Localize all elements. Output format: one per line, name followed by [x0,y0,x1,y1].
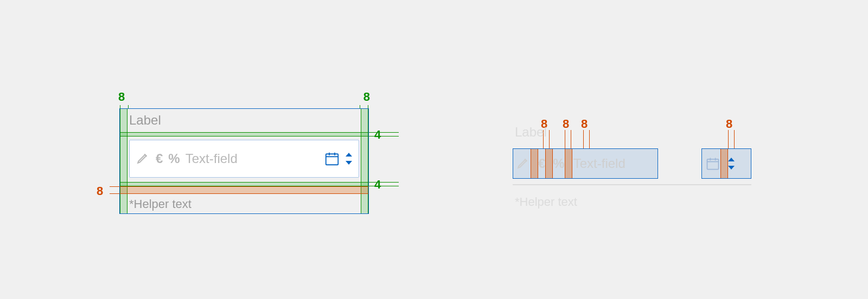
spacing-value: 8 [563,117,569,131]
placeholder-text: Text-field [572,156,654,171]
spacing-tick [583,130,590,148]
chevron-down-icon[interactable] [346,161,352,165]
spacing-value: 8 [118,90,125,104]
calendar-icon[interactable] [705,156,720,171]
percent-icon: % [553,156,564,171]
pencil-icon [136,151,150,167]
spacing-value: 4 [374,128,381,142]
gap-guide [565,149,572,178]
spacing-value: 8 [726,117,732,131]
spacing-tick [728,130,735,148]
text-field[interactable]: € % Text-field [129,140,359,178]
helper-text: *Helper text [515,195,577,209]
spacing-value: 8 [581,117,588,131]
margin-guide [120,186,368,194]
placeholder-text: Text-field [186,151,318,166]
pencil-icon [516,155,531,172]
padding-guide-left [120,109,127,213]
field-underline [513,184,751,185]
chevron-down-icon[interactable] [728,166,735,170]
gap-guide [531,149,538,178]
field-label: Label [515,125,547,140]
helper-text: *Helper text [129,197,192,211]
spacing-guide [110,186,119,194]
gap-guide [120,182,368,186]
spacing-value: 8 [97,184,103,198]
content-bounds-left: € % Text-field [513,148,658,179]
number-spinner[interactable] [346,153,352,165]
chevron-up-icon[interactable] [346,153,352,157]
gap-guide [120,132,368,136]
calendar-icon[interactable] [324,151,340,167]
spacing-value: 8 [363,90,370,104]
gap-guide [545,149,553,178]
chevron-up-icon[interactable] [728,158,735,161]
field-label: Label [129,113,161,128]
svg-rect-0 [326,154,339,165]
euro-icon: € [156,151,163,166]
content-bounds-right [701,148,751,179]
euro-icon: € [538,156,545,171]
gap-guide [720,149,728,178]
spacing-guide [368,182,399,186]
spacing-tick [565,130,571,148]
number-spinner[interactable] [728,158,735,170]
spacing-guide [368,132,399,136]
percent-icon: % [168,151,180,166]
padding-guide-right [361,109,368,213]
spacing-value: 4 [374,178,381,192]
svg-rect-1 [707,159,719,170]
